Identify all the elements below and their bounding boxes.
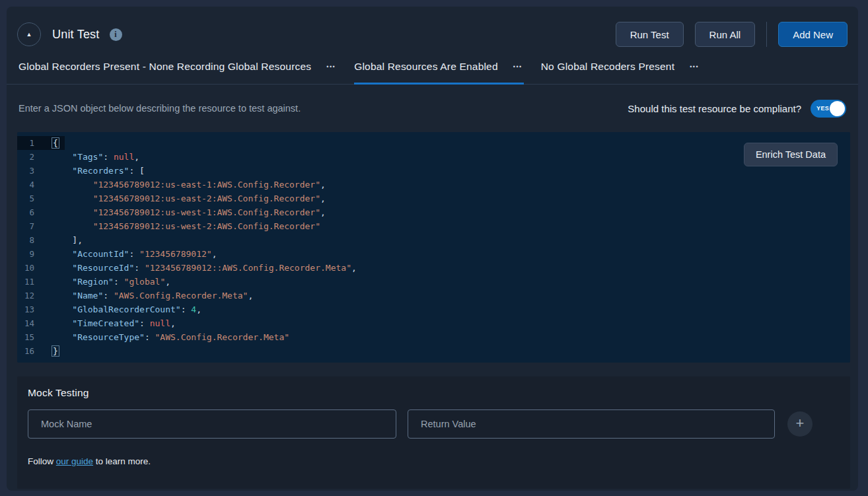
toggle-state-label: YES bbox=[816, 105, 829, 112]
code-content: { bbox=[41, 136, 59, 150]
line-number: 3 bbox=[17, 164, 41, 178]
add-mock-button[interactable]: + bbox=[787, 411, 813, 437]
info-icon[interactable]: i bbox=[110, 28, 122, 41]
line-number: 5 bbox=[17, 192, 41, 205]
line-number: 15 bbox=[17, 330, 41, 344]
code-line-4[interactable]: 4 "123456789012:us-east-1:AWS.Config.Rec… bbox=[17, 178, 850, 192]
line-number: 6 bbox=[17, 205, 41, 219]
line-number: 16 bbox=[17, 344, 41, 358]
add-new-button[interactable]: Add New bbox=[778, 22, 848, 47]
tab-label: No Global Recoders Present bbox=[541, 61, 675, 73]
plus-icon: + bbox=[796, 416, 805, 431]
guide-link[interactable]: our guide bbox=[56, 456, 93, 466]
tabs: Global Recorders Present - None Recordin… bbox=[7, 49, 858, 85]
code-line-7[interactable]: 7 "123456789012:us-west-2:AWS.Config.Rec… bbox=[17, 219, 850, 233]
line-number: 8 bbox=[17, 233, 41, 247]
code-content: "123456789012:us-west-2:AWS.Config.Recor… bbox=[41, 219, 320, 233]
footer-text-prefix: Follow bbox=[28, 456, 56, 466]
line-number: 1 bbox=[17, 136, 41, 150]
tab-no-global-recoders-present[interactable]: No Global Recoders Present••• bbox=[541, 49, 700, 84]
code-line-1[interactable]: 1{ bbox=[17, 136, 850, 150]
code-content: "Region": "global", bbox=[41, 275, 170, 289]
collapse-arrow-icon: ▲ bbox=[26, 32, 32, 38]
code-content: "123456789012:us-west-1:AWS.Config.Recor… bbox=[41, 205, 326, 219]
footer-text-suffix: to learn more. bbox=[93, 456, 151, 466]
header: ▲ Unit Test i Run Test Run All Add New bbox=[7, 7, 858, 49]
collapse-button[interactable]: ▲ bbox=[17, 22, 41, 46]
code-line-2[interactable]: 2 "Tags": null, bbox=[17, 150, 850, 164]
run-test-button[interactable]: Run Test bbox=[616, 22, 684, 47]
toggle-knob[interactable] bbox=[830, 101, 845, 116]
code-content: "GlobalRecorderCount": 4, bbox=[41, 302, 201, 316]
compliant-control: Should this test resource be compliant? … bbox=[628, 100, 846, 118]
code-content: ], bbox=[41, 233, 83, 247]
tab-menu-icon[interactable]: ••• bbox=[688, 61, 700, 73]
enrich-test-data-button[interactable]: Enrich Test Data bbox=[744, 143, 838, 166]
code-content: "TimeCreated": null, bbox=[41, 316, 176, 330]
mock-testing-section: Mock Testing + Follow our guide to learn… bbox=[17, 376, 850, 489]
header-divider bbox=[766, 22, 767, 47]
code-line-16[interactable]: 16} bbox=[17, 344, 850, 358]
config-row: Enter a JSON object below describing the… bbox=[7, 85, 858, 132]
code-line-8[interactable]: 8 ], bbox=[17, 233, 850, 247]
code-content: "AccountId": "123456789012", bbox=[41, 247, 217, 261]
code-line-9[interactable]: 9 "AccountId": "123456789012", bbox=[17, 247, 850, 261]
code-line-14[interactable]: 14 "TimeCreated": null, bbox=[17, 316, 850, 330]
code-line-15[interactable]: 15 "ResourceType": "AWS.Config.Recorder.… bbox=[17, 330, 850, 344]
mock-input-row: + bbox=[28, 409, 840, 439]
line-number: 9 bbox=[17, 247, 41, 261]
code-line-6[interactable]: 6 "123456789012:us-west-1:AWS.Config.Rec… bbox=[17, 205, 850, 219]
tab-global-recorders-present-none-recording-global-resources[interactable]: Global Recorders Present - None Recordin… bbox=[18, 49, 337, 84]
line-number: 7 bbox=[17, 219, 41, 233]
tab-label: Global Recorders Present - None Recordin… bbox=[18, 61, 311, 73]
page-title: Unit Test bbox=[52, 28, 100, 42]
code-content: "Tags": null, bbox=[41, 150, 139, 164]
code-content: "Name": "AWS.Config.Recorder.Meta", bbox=[41, 289, 253, 302]
mock-name-input[interactable] bbox=[28, 409, 396, 439]
json-code-editor[interactable]: 1{2 "Tags": null,3 "Recorders": [4 "1234… bbox=[17, 132, 850, 363]
code-content: "123456789012:us-east-1:AWS.Config.Recor… bbox=[41, 178, 326, 192]
mock-testing-heading: Mock Testing bbox=[28, 387, 840, 399]
line-number: 11 bbox=[17, 275, 41, 289]
code-content: "ResourceType": "AWS.Config.Recorder.Met… bbox=[41, 330, 289, 344]
return-value-input[interactable] bbox=[408, 409, 775, 439]
code-lines: 1{2 "Tags": null,3 "Recorders": [4 "1234… bbox=[17, 136, 850, 358]
line-number: 13 bbox=[17, 302, 41, 316]
instruction-text: Enter a JSON object below describing the… bbox=[18, 103, 301, 114]
code-line-3[interactable]: 3 "Recorders": [ bbox=[17, 164, 850, 178]
tab-menu-icon[interactable]: ••• bbox=[325, 61, 337, 73]
compliant-toggle[interactable]: YES bbox=[811, 100, 846, 118]
run-all-button[interactable]: Run All bbox=[695, 22, 756, 47]
code-line-10[interactable]: 10 "ResourceId": "123456789012::AWS.Conf… bbox=[17, 261, 850, 275]
code-line-11[interactable]: 11 "Region": "global", bbox=[17, 275, 850, 289]
tab-menu-icon[interactable]: ••• bbox=[512, 61, 524, 73]
tab-global-resources-are-enabled[interactable]: Global Resources Are Enabled••• bbox=[354, 49, 524, 84]
code-line-13[interactable]: 13 "GlobalRecorderCount": 4, bbox=[17, 302, 850, 316]
unit-test-panel: ▲ Unit Test i Run Test Run All Add New G… bbox=[7, 7, 858, 491]
line-number: 12 bbox=[17, 289, 41, 302]
code-content: } bbox=[41, 344, 59, 358]
line-number: 4 bbox=[17, 178, 41, 192]
code-content: "Recorders": [ bbox=[41, 164, 145, 178]
compliant-prompt: Should this test resource be compliant? bbox=[628, 103, 801, 114]
line-number: 14 bbox=[17, 316, 41, 330]
line-number: 2 bbox=[17, 150, 41, 164]
mock-footer: Follow our guide to learn more. bbox=[28, 456, 840, 466]
line-number: 10 bbox=[17, 261, 41, 275]
code-line-5[interactable]: 5 "123456789012:us-east-2:AWS.Config.Rec… bbox=[17, 192, 850, 205]
code-content: "ResourceId": "123456789012::AWS.Config.… bbox=[41, 261, 357, 275]
code-line-12[interactable]: 12 "Name": "AWS.Config.Recorder.Meta", bbox=[17, 289, 850, 302]
tab-label: Global Resources Are Enabled bbox=[354, 61, 498, 73]
code-content: "123456789012:us-east-2:AWS.Config.Recor… bbox=[41, 192, 326, 205]
